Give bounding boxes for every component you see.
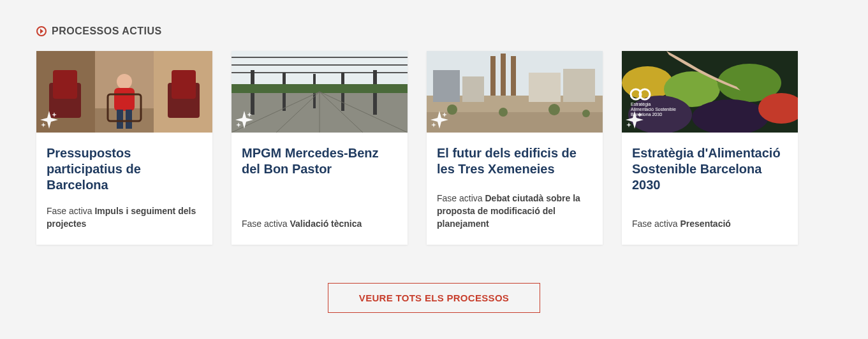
svg-rect-38: [511, 56, 516, 96]
card-title: El futur dels edificis de les Tres Xemen…: [437, 145, 592, 177]
svg-rect-39: [427, 112, 603, 133]
view-all-processes-button[interactable]: VEURE TOTS ELS PROCESSOS: [328, 283, 540, 313]
process-card[interactable]: Estratègia Alimentació Sostenible Barcel…: [622, 51, 798, 245]
card-phase: Fase activa Impuls i seguiment dels proj…: [47, 205, 202, 231]
process-card[interactable]: El futur dels edificis de les Tres Xemen…: [427, 51, 603, 245]
svg-point-43: [582, 110, 590, 117]
phase-label: Fase activa: [242, 219, 288, 229]
svg-rect-37: [501, 54, 506, 96]
card-image: [36, 51, 212, 133]
card-phase: Fase activa Validació tècnica: [242, 217, 397, 230]
card-title: Pressupostos participatius de Barcelona: [47, 145, 202, 193]
card-title: MPGM Mercedes-Benz del Bon Pastor: [242, 145, 397, 177]
phase-value: Presentació: [680, 219, 730, 229]
card-title: Estratègia d'Alimentació Sostenible Barc…: [632, 145, 788, 193]
card-image: [427, 51, 603, 133]
cards-row: Pressupostos participatius de Barcelona …: [36, 51, 832, 245]
card-image: [232, 51, 408, 133]
card-image: Estratègia Alimentació Sostenible Barcel…: [622, 51, 798, 133]
svg-rect-10: [126, 110, 132, 129]
svg-rect-36: [490, 56, 496, 96]
process-card[interactable]: Pressupostos participatius de Barcelona …: [36, 51, 212, 245]
svg-point-40: [447, 105, 457, 115]
svg-point-42: [548, 104, 560, 115]
svg-rect-33: [462, 76, 484, 102]
svg-point-7: [117, 74, 132, 89]
sparkle-icon: [235, 111, 253, 129]
phase-label: Fase activa: [437, 193, 483, 203]
section-header: PROCESSOS ACTIUS: [36, 25, 832, 37]
sparkle-icon: [626, 111, 644, 129]
svg-rect-9: [117, 110, 123, 129]
card-phase: Fase activa Presentació: [632, 217, 788, 230]
sparkle-icon: [40, 111, 58, 129]
svg-rect-35: [563, 69, 595, 102]
svg-point-41: [499, 108, 508, 117]
section-title: PROCESSOS ACTIUS: [52, 25, 162, 37]
svg-rect-34: [529, 73, 561, 102]
process-card[interactable]: MPGM Mercedes-Benz del Bon Pastor Fase a…: [232, 51, 408, 245]
arrow-circle-icon: [36, 26, 47, 36]
phase-label: Fase activa: [632, 219, 678, 229]
svg-rect-6: [53, 70, 77, 99]
svg-rect-13: [172, 70, 196, 99]
card-phase: Fase activa Debat ciutadà sobre la propo…: [437, 192, 592, 231]
svg-rect-8: [114, 88, 135, 111]
phase-label: Fase activa: [47, 206, 92, 216]
sparkle-icon: [430, 111, 448, 129]
svg-rect-24: [232, 84, 408, 93]
svg-text:Estratègia: Estratègia: [631, 102, 651, 107]
phase-value: Validació tècnica: [290, 219, 362, 229]
svg-rect-32: [433, 70, 460, 102]
